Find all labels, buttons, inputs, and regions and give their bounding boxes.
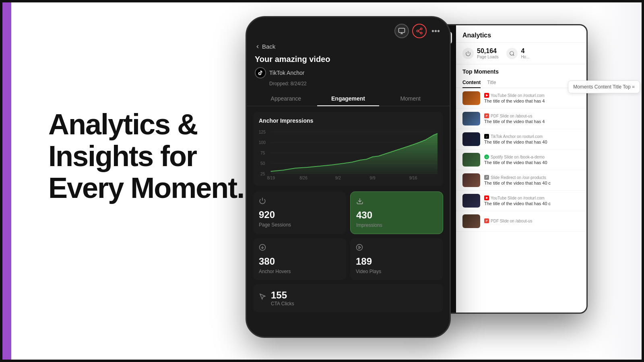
svg-text:9/16: 9/16 <box>409 176 417 180</box>
moment-source: ♫ Spotify Slide on /book-a-demo <box>484 154 580 159</box>
tab-moment[interactable]: Moment <box>379 91 442 106</box>
phone-tabs: Appearance Engagement Moment <box>247 91 450 106</box>
youtube-icon: ▶ <box>484 93 489 98</box>
monitor-button[interactable] <box>394 24 409 38</box>
stat-page-sessions: 920 Page Sessions <box>253 191 346 234</box>
tablet-header: Analytics <box>456 25 586 43</box>
chart-title: Anchor Impressions <box>259 117 438 124</box>
svg-point-35 <box>510 51 514 55</box>
cursor-icon <box>259 293 266 302</box>
purple-accent-bar <box>0 0 11 362</box>
svg-rect-0 <box>398 28 405 33</box>
moment-source: P PDF Slide on /about-us <box>484 218 580 223</box>
phone-body: ••• Back Your amazing video TikTok Ancho… <box>246 16 451 338</box>
video-plays-label: Video Plays <box>356 269 438 274</box>
tiktok-source-icon: ♪ <box>484 134 489 139</box>
moment-thumbnail <box>462 194 480 208</box>
moment-source: P PDF Slide on /about-us <box>484 113 580 118</box>
page-sessions-label: Page Sessions <box>259 222 341 228</box>
stat-anchor-hovers: 380 Anchor Hovers <box>253 238 346 280</box>
svg-text:125: 125 <box>259 130 266 134</box>
play-icon <box>356 244 438 253</box>
anchor-row: TikTok Anchor <box>255 67 442 78</box>
moment-title: The title of the video that has 40 c <box>484 181 580 185</box>
hero-section: Analytics & Insights for Every Moment. <box>48 109 244 204</box>
moment-info: ▶ YouTube Slide on /rooturl.com The titl… <box>484 195 580 206</box>
page-loads-label: Page Loads <box>477 55 498 59</box>
share-button[interactable] <box>412 24 427 38</box>
moment-thumbnail <box>462 132 480 146</box>
moment-item: ▶ YouTube Slide on /rooturl.com The titl… <box>456 88 586 109</box>
tab-engagement[interactable]: Engagement <box>317 91 380 106</box>
svg-text:9/9: 9/9 <box>370 176 376 180</box>
impressions-label: Impressions <box>356 222 437 228</box>
cta-clicks-number: 155 <box>271 290 294 301</box>
tab-title[interactable]: Title <box>487 77 496 88</box>
hovers-stat: 4 Ho... <box>506 47 529 59</box>
video-plays-number: 189 <box>356 256 438 267</box>
moment-source: ▶ YouTube Slide on /rooturl.com <box>484 195 580 200</box>
cta-stats: 155 CTA Clicks <box>271 290 294 306</box>
svg-line-6 <box>418 31 420 33</box>
search-icon <box>506 48 518 59</box>
moment-info: ↗ Slide Redirect on /our-products The ti… <box>484 175 580 185</box>
moments-tabs: Content Title <box>456 77 586 88</box>
download-circle-icon <box>259 244 341 253</box>
download-icon <box>356 197 437 206</box>
moment-thumbnail <box>462 214 480 228</box>
video-header: Your amazing video TikTok Anchor Dropped… <box>247 53 450 91</box>
chart-wrapper: 125 100 75 50 25 8/19 8/26 9/2 9/9 9/16 <box>259 128 438 180</box>
moment-title: The title of the video that has 40 <box>484 140 580 144</box>
pdf-icon-2: P <box>484 218 489 223</box>
stat-impressions: 430 Impressions <box>350 191 443 234</box>
page-sessions-number: 920 <box>259 209 341 220</box>
moment-thumbnail <box>462 91 480 105</box>
moment-source: ▶ YouTube Slide on /rooturl.com <box>484 93 580 98</box>
tab-appearance[interactable]: Appearance <box>255 91 317 106</box>
phone-mockup: ••• Back Your amazing video TikTok Ancho… <box>246 16 459 346</box>
svg-point-4 <box>417 30 419 32</box>
svg-text:8/19: 8/19 <box>267 176 275 180</box>
moment-item: ▶ YouTube Slide on /rooturl.com The titl… <box>456 191 586 211</box>
page-loads-number: 50,164 <box>477 47 498 55</box>
moment-item: P PDF Slide on /about-us The title of th… <box>456 109 586 129</box>
svg-point-3 <box>420 28 422 30</box>
moment-info: ♪ TikTok Anchor on rooturl.com The title… <box>484 134 580 144</box>
moment-item: P PDF Slide on /about-us <box>456 211 586 232</box>
moment-info: P PDF Slide on /about-us <box>484 218 580 224</box>
analytics-stats-row: 50,164 Page Loads 4 <box>456 43 586 64</box>
more-button[interactable]: ••• <box>430 25 442 37</box>
moments-list: ▶ YouTube Slide on /rooturl.com The titl… <box>456 88 586 232</box>
stat-video-plays: 189 Video Plays <box>350 238 443 280</box>
power-icon <box>259 197 341 206</box>
phone-toolbar: ••• <box>247 17 450 41</box>
pdf-icon: P <box>484 113 489 118</box>
tab-content[interactable]: Content <box>462 77 481 88</box>
svg-text:8/26: 8/26 <box>299 176 308 180</box>
stats-grid: 920 Page Sessions 430 Impressions <box>247 191 450 280</box>
dropped-date: Dropped: 8/24/22 <box>269 81 442 86</box>
redirect-icon: ↗ <box>484 175 489 180</box>
top-moments-title: Top Moments <box>456 64 586 77</box>
moment-item: ♫ Spotify Slide on /book-a-demo The titl… <box>456 150 586 170</box>
svg-line-7 <box>418 29 420 31</box>
moment-title: The title of the video that has 4 <box>484 99 580 103</box>
anchor-hovers-label: Anchor Hovers <box>259 269 341 274</box>
anchor-name: TikTok Anchor <box>269 70 304 76</box>
hovers-label: Ho... <box>521 55 529 59</box>
moment-title: The title of the video that has 4 <box>484 119 580 124</box>
tablet-main: Analytics 50,164 Page Loads <box>456 25 586 313</box>
svg-text:100: 100 <box>259 140 266 145</box>
tablet-mockup: h <box>435 24 596 326</box>
moment-info: ▶ YouTube Slide on /rooturl.com The titl… <box>484 93 580 103</box>
svg-text:50: 50 <box>260 161 265 166</box>
svg-marker-28 <box>359 246 361 249</box>
moment-thumbnail <box>462 112 480 125</box>
impressions-number: 430 <box>356 210 437 221</box>
back-nav[interactable]: Back <box>247 41 450 53</box>
tiktok-icon <box>255 67 266 78</box>
power-circle-icon <box>462 48 474 59</box>
svg-line-36 <box>513 54 514 56</box>
cta-clicks-label: CTA Clicks <box>271 301 294 306</box>
svg-point-27 <box>357 245 363 251</box>
